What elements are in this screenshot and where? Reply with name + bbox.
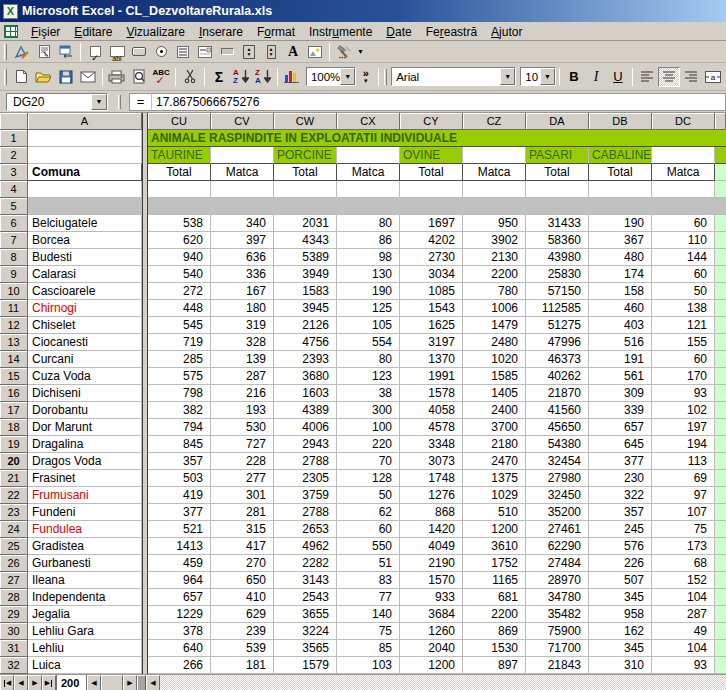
cell-CV30[interactable]: 239 [211,623,274,640]
cell-A22-commune-name[interactable]: Frumusani [28,487,142,504]
cell-DB15[interactable]: 561 [589,368,652,385]
cell-DB6[interactable]: 190 [589,215,652,232]
row-header-22[interactable]: 22 [0,487,28,504]
cell-CZ18[interactable]: 3700 [463,419,526,436]
more-controls-button[interactable] [333,42,355,62]
row-header-14[interactable]: 14 [0,351,28,368]
cell-CX14[interactable]: 80 [337,351,400,368]
open-button[interactable] [33,67,55,87]
cell-DA31[interactable]: 71700 [526,640,589,657]
cell-A11-commune-name[interactable]: Chirnogi [28,300,142,317]
cell-DA14[interactable]: 46373 [526,351,589,368]
cell-DA5[interactable] [526,198,589,215]
cell-CZ23[interactable]: 510 [463,504,526,521]
cell-CW8[interactable]: 5389 [274,249,337,266]
cell-DA13[interactable]: 47996 [526,334,589,351]
cell-CX16[interactable]: 38 [337,385,400,402]
cell-CX28[interactable]: 77 [337,589,400,606]
cell-DC13[interactable]: 155 [652,334,715,351]
cell-DA21[interactable]: 27980 [526,470,589,487]
row-header-25[interactable]: 25 [0,538,28,555]
cell-CY29[interactable]: 3684 [400,606,463,623]
cell-CU8[interactable]: 940 [148,249,211,266]
cell-CW14[interactable]: 2393 [274,351,337,368]
row-header-9[interactable]: 9 [0,266,28,283]
cell-CU31[interactable]: 640 [148,640,211,657]
zoom-combobox[interactable]: 100% ▼ [306,67,356,86]
cell-DC18[interactable]: 197 [652,419,715,436]
cell-CV5[interactable] [211,198,274,215]
cell-r19-partial[interactable] [715,436,726,453]
cell-A1[interactable] [28,130,142,147]
cell-CV15[interactable]: 287 [211,368,274,385]
cell-r31-partial[interactable] [715,640,726,657]
column-header-CY[interactable]: CY [400,113,463,130]
cell-r25-partial[interactable] [715,538,726,555]
cell-A6-commune-name[interactable]: Belciugatele [28,215,142,232]
cell-DB4[interactable] [589,181,652,198]
row-header-26[interactable]: 26 [0,555,28,572]
cell-CV7[interactable]: 397 [211,232,274,249]
cell-CW12[interactable]: 2126 [274,317,337,334]
cell-CZ20[interactable]: 2470 [463,453,526,470]
cell-r11-partial[interactable] [715,300,726,317]
group-header-pasari[interactable]: PASARI [526,147,589,164]
cell-DB8[interactable]: 480 [589,249,652,266]
cell-A31-commune-name[interactable]: Lehliu [28,640,142,657]
cell-CU30[interactable]: 378 [148,623,211,640]
cell-CW31[interactable]: 3565 [274,640,337,657]
cell-CX21[interactable]: 128 [337,470,400,487]
cell-DA6[interactable]: 31433 [526,215,589,232]
row-header-27[interactable]: 27 [0,572,28,589]
align-center-button[interactable] [658,67,680,87]
cell-r23-partial[interactable] [715,504,726,521]
cell-CW15[interactable]: 3680 [274,368,337,385]
cell-DB29[interactable]: 958 [589,606,652,623]
cell-CU23[interactable]: 377 [148,504,211,521]
cell-r8-partial[interactable] [715,249,726,266]
cell-CY7[interactable]: 4202 [400,232,463,249]
cell-CV12[interactable]: 319 [211,317,274,334]
cell-CZ27[interactable]: 1165 [463,572,526,589]
cell-r18-partial[interactable] [715,419,726,436]
cell-r26-partial[interactable] [715,555,726,572]
subheader-CU[interactable]: Total [148,164,211,181]
name-box-dropdown-icon[interactable]: ▼ [91,94,107,110]
cell-DC30[interactable]: 49 [652,623,715,640]
last-sheet-button[interactable]: ▶ [42,675,56,690]
new-button[interactable] [11,67,33,87]
pane-split-handle[interactable] [137,675,146,690]
cell-DA29[interactable]: 35482 [526,606,589,623]
cell-DB21[interactable]: 230 [589,470,652,487]
cell-CW23[interactable]: 2788 [274,504,337,521]
cell-DC10[interactable]: 50 [652,283,715,300]
cell-A32-commune-name[interactable]: Luica [28,657,142,674]
row-header-17[interactable]: 17 [0,402,28,419]
cell-CY27[interactable]: 1570 [400,572,463,589]
menu-fereastr[interactable]: Fereastră [419,23,484,41]
column-header-CZ[interactable]: CZ [463,113,526,130]
cell-A10-commune-name[interactable]: Cascioarele [28,283,142,300]
cell-CW27[interactable]: 3143 [274,572,337,589]
cell-A17-commune-name[interactable]: Dorobantu [28,402,142,419]
cell-CU4[interactable] [148,181,211,198]
print-preview-button[interactable] [128,67,150,87]
cell-DC32[interactable]: 93 [652,657,715,674]
cell-DC5[interactable] [652,198,715,215]
cell-DB19[interactable]: 645 [589,436,652,453]
row-header-28[interactable]: 28 [0,589,28,606]
cell-r12-partial[interactable] [715,317,726,334]
menu-instrumente[interactable]: Instrumente [302,23,379,41]
cell-CX29[interactable]: 140 [337,606,400,623]
cell-r21-partial[interactable] [715,470,726,487]
cell-CW10[interactable]: 1583 [274,283,337,300]
cell-DA16[interactable]: 21870 [526,385,589,402]
cell-CZ19[interactable]: 2180 [463,436,526,453]
cell-CW17[interactable]: 4389 [274,402,337,419]
cell-DC9[interactable]: 60 [652,266,715,283]
cell-CV8[interactable]: 636 [211,249,274,266]
cell-CW9[interactable]: 3949 [274,266,337,283]
cell-CU6[interactable]: 538 [148,215,211,232]
cell-DB23[interactable]: 357 [589,504,652,521]
cell-r7-partial[interactable] [715,232,726,249]
